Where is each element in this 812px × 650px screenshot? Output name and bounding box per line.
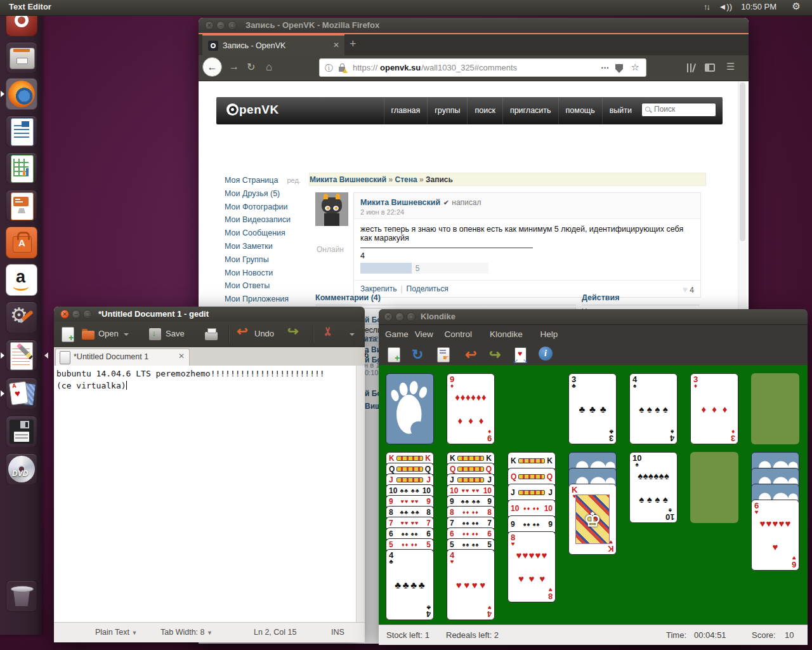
undo-icon[interactable]: ↩ (237, 324, 248, 339)
card-6♥[interactable]: 6♥6♥♥♥♥♥♥♥ (751, 500, 799, 571)
sidebar-link[interactable]: Мои Заметки (225, 242, 304, 255)
minimize-icon[interactable]: – (216, 21, 225, 30)
toolbar-overflow-icon[interactable] (350, 333, 355, 336)
poll-bar[interactable]: 5 (360, 263, 488, 274)
sidebar-link[interactable]: Мои Сообщения (225, 229, 304, 242)
text-editor-area[interactable]: bubuntu 14.04.6 LTS peremozhemo!!!!!!!!!… (54, 366, 365, 623)
search-input[interactable] (653, 104, 714, 114)
sidebar-link[interactable]: Моя Страницаред. (225, 176, 304, 189)
openvk-search[interactable] (641, 103, 716, 117)
network-arrows-icon[interactable]: ↑↓ (704, 2, 709, 11)
document-tab[interactable]: *Untitled Document 1 ✕ (55, 348, 190, 366)
menu-help[interactable]: Help (540, 329, 558, 339)
volume-icon[interactable]: ◄)) (718, 2, 732, 11)
hint-icon[interactable]: i (539, 347, 553, 361)
share-link[interactable]: Поделиться (407, 284, 449, 293)
edit-link[interactable]: ред. (287, 176, 300, 184)
menu-view[interactable]: View (415, 329, 433, 339)
sidebar-link[interactable]: Мои Ответы (225, 281, 304, 295)
launcher-item-aisleriot[interactable]: A ♥ (6, 378, 37, 409)
redo-icon[interactable]: ↪ (287, 324, 299, 339)
print-icon[interactable] (205, 332, 218, 340)
post-date[interactable]: 2 июн в 22:24 (360, 208, 694, 216)
sidebar-link[interactable]: Мои Видеозаписи (225, 215, 304, 229)
back-button[interactable]: ← (202, 57, 222, 77)
sidebar-link[interactable]: Мои Новости (225, 269, 304, 282)
nav-link[interactable]: поиск (467, 97, 502, 124)
card-J♠[interactable]: JJ (508, 484, 556, 501)
sidebar-link[interactable]: Мои Группы (225, 255, 304, 269)
post-author-link[interactable]: Микита Вишневский (360, 198, 440, 207)
new-document-icon[interactable]: + (62, 327, 74, 342)
maximize-icon[interactable]: ▢ (83, 310, 92, 319)
home-button[interactable]: ⌂ (266, 61, 272, 74)
redo-icon[interactable]: ↪ (489, 347, 506, 363)
scrollbar-thumb[interactable] (740, 83, 745, 241)
card-K♣[interactable]: KK (508, 452, 556, 469)
launcher-item-dvd[interactable]: DVD (6, 453, 37, 485)
new-tab-button[interactable]: + (350, 37, 357, 51)
sidebar-link[interactable]: Мои Друзья (5) (225, 189, 304, 202)
launcher-item-floppy[interactable] (6, 416, 37, 448)
forward-button[interactable]: → (229, 61, 239, 72)
tab-close-icon[interactable]: ✕ (333, 41, 339, 50)
minimize-icon[interactable]: – (72, 310, 81, 319)
language-selector[interactable]: Plain Text ▼ (95, 628, 137, 637)
launcher-item-ubuntu-software[interactable]: A (6, 227, 37, 258)
save-icon[interactable] (149, 328, 161, 340)
launcher-item-libreoffice-impress[interactable] (6, 190, 37, 222)
launcher-item-gedit[interactable] (6, 340, 37, 371)
menu-control[interactable]: Control (445, 329, 473, 339)
open-dropdown-icon[interactable] (124, 333, 129, 336)
card-4♠[interactable]: 4♠4♠♠♠♠♠ (629, 373, 678, 444)
tab-width-selector[interactable]: Tab Width: 8 ▼ (160, 628, 213, 637)
select-game-icon[interactable]: ☛ (437, 347, 450, 362)
library-icon[interactable] (686, 63, 697, 72)
url-bar[interactable]: ⓘ https:// openvk.su /wall1030_325#comme… (319, 58, 646, 77)
maximize-icon[interactable]: ▢ (228, 21, 237, 30)
card-4♣[interactable]: 4♣4♣♣♣♣♣ (386, 549, 434, 620)
close-icon[interactable]: ✕ (60, 310, 69, 319)
card-3♣[interactable]: 3♣3♣♣♣♣ (568, 373, 617, 444)
open-folder-icon[interactable] (82, 331, 95, 340)
shield-icon[interactable] (615, 64, 623, 73)
undo-button[interactable]: Undo (254, 329, 274, 338)
hamburger-menu-icon[interactable]: ☰ (726, 61, 735, 72)
stock-pile[interactable] (386, 373, 434, 444)
close-icon[interactable]: ✕ (384, 312, 393, 321)
klondike-titlebar[interactable]: ✕ – ▢ Klondike (379, 309, 808, 325)
launcher-item-trash[interactable] (6, 580, 37, 612)
info-icon[interactable]: ⓘ (325, 63, 333, 74)
nav-link[interactable]: помощь (558, 97, 602, 124)
card-10♦[interactable]: 10♦♦ ♦♦10 (508, 500, 556, 517)
tab-openvk[interactable]: Запись - OpenVK ✕ (202, 34, 344, 55)
close-icon[interactable]: ✕ (205, 21, 214, 30)
tableau-slot[interactable] (690, 452, 738, 523)
launcher-item-system-settings[interactable]: ⚙ (6, 302, 37, 333)
card-4♥[interactable]: 4♥4♥♥♥♥♥ (447, 549, 495, 620)
open-button[interactable]: Open (98, 329, 119, 338)
firefox-titlebar[interactable]: ✕ – ▢ Запись - OpenVK - Mozilla Firefox (199, 18, 749, 34)
launcher-item-files[interactable] (6, 42, 37, 74)
launcher-item-libreoffice-writer[interactable] (6, 116, 37, 147)
sidebar-link[interactable]: Мои Приложения (225, 295, 304, 308)
pin-link[interactable]: Закрепить (360, 284, 396, 293)
launcher-item-libreoffice-calc[interactable] (6, 152, 37, 184)
menu-game[interactable]: Game (385, 329, 409, 339)
cut-icon[interactable]: ✂ (321, 326, 335, 336)
card-8♥[interactable]: 8♥8♥♥♥♥♥♥♥♥♥ (508, 531, 556, 602)
nav-link[interactable]: выйти (602, 97, 639, 124)
tab-close-icon[interactable]: ✕ (178, 352, 185, 361)
card-9♦[interactable]: 9♦9♦♦♦♦♦♦♦♦♦♦ (447, 373, 495, 444)
lock-warning-icon[interactable] (339, 67, 345, 72)
card-10♠[interactable]: 10♠10♠♠♠♠♠♠♠♠♠♠♠ (629, 452, 678, 523)
restart-icon[interactable]: ↻ (412, 347, 428, 363)
foundation-slot[interactable] (751, 373, 799, 444)
deal-icon[interactable]: ♥↙↘ (513, 347, 530, 363)
minimize-icon[interactable]: – (395, 312, 404, 321)
openvk-logo[interactable]: penVK (226, 103, 279, 117)
menu-klondike[interactable]: Klondike (490, 329, 523, 339)
breadcrumb-wall[interactable]: Стена (395, 175, 417, 184)
nav-link[interactable]: группы (427, 97, 467, 124)
launcher-item-amazon[interactable]: a (6, 264, 37, 296)
